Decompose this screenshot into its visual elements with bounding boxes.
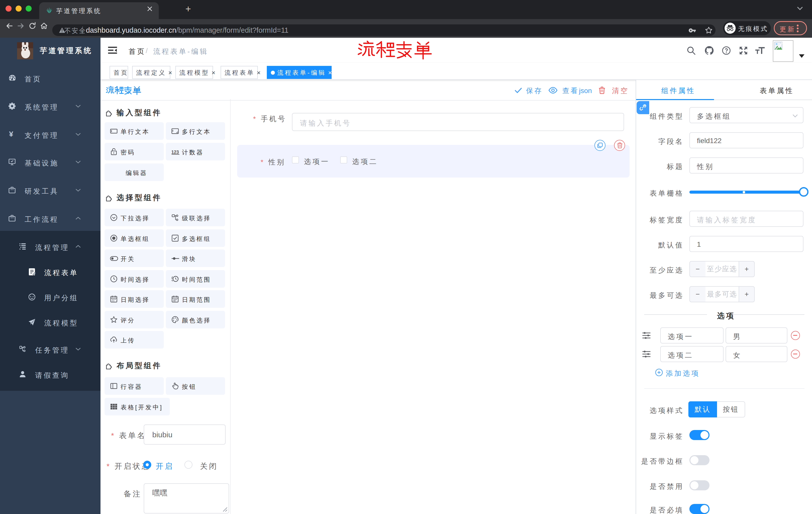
svg-text:123: 123: [171, 150, 179, 155]
